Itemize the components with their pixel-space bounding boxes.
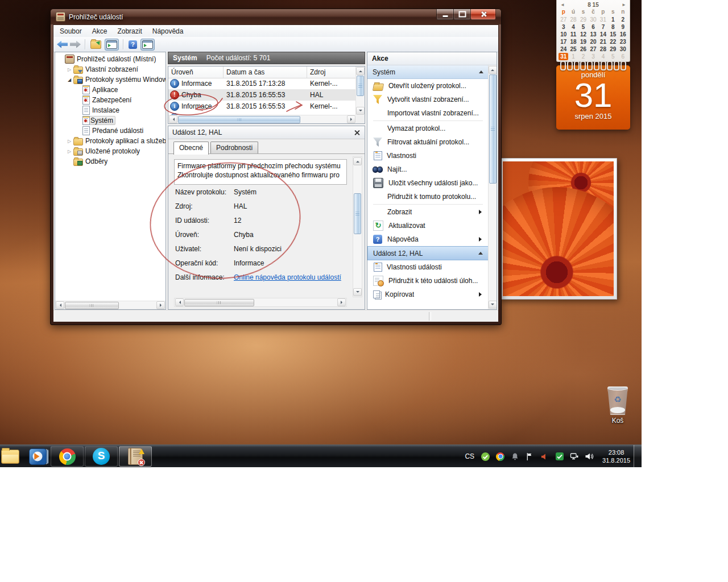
calendar-day-cell[interactable]: 12 bbox=[578, 31, 588, 38]
calendar-prev-icon[interactable]: ◄ bbox=[559, 2, 566, 7]
column-header-datum-a-cas[interactable]: Datum a čas bbox=[224, 66, 307, 78]
calendar-day-cell[interactable]: 27 bbox=[588, 45, 598, 53]
maximize-button[interactable] bbox=[453, 9, 471, 20]
detail-horizontal-scrollbar[interactable] bbox=[174, 298, 347, 307]
scroll-left-button[interactable] bbox=[56, 301, 64, 309]
calendar-day-cell[interactable]: 26 bbox=[578, 45, 588, 53]
action-pridruzit-k-teto-udalosti-uloh[interactable]: Přidružit k této události úloh... bbox=[367, 274, 489, 288]
tree-item-protokoly-aplikaci-a-sluzeb[interactable]: Protokoly aplikací a služeb bbox=[55, 136, 166, 146]
calendar-day-cell[interactable]: 27 bbox=[559, 16, 568, 23]
scroll-up-button[interactable] bbox=[356, 67, 365, 75]
tree-item-predane-udalosti[interactable]: Předané události bbox=[55, 126, 166, 136]
calendar-day-cell[interactable]: 25 bbox=[568, 45, 578, 53]
calendar-day-cell[interactable]: 13 bbox=[588, 31, 598, 38]
calendar-day-cell[interactable]: 3 bbox=[559, 23, 568, 31]
toggle-console-tree-button[interactable] bbox=[105, 39, 119, 51]
photo-gadget[interactable] bbox=[499, 158, 617, 300]
tree-item-instalace[interactable]: Instalace bbox=[55, 105, 166, 115]
calendar-day-cell[interactable]: 5 bbox=[578, 23, 588, 31]
forward-button[interactable] bbox=[70, 41, 81, 48]
sync-tray-icon[interactable] bbox=[555, 452, 564, 462]
calendar-day-cell[interactable]: 16 bbox=[618, 31, 628, 38]
menu-item-akce[interactable]: Akce bbox=[87, 26, 113, 36]
scroll-track[interactable] bbox=[353, 166, 362, 288]
action-center-flag-icon[interactable] bbox=[525, 452, 535, 462]
calendar-day-cell[interactable]: 10 bbox=[559, 31, 568, 38]
audio-device-tray-icon[interactable] bbox=[540, 452, 549, 462]
calendar-day-cell[interactable]: 19 bbox=[578, 38, 588, 45]
recycle-bin[interactable]: ♻ Koš bbox=[601, 386, 635, 425]
table-vertical-scrollbar[interactable] bbox=[355, 66, 365, 115]
action-group-header-udalost-12-hal[interactable]: Událost 12, HAL bbox=[367, 246, 489, 260]
show-desktop-button[interactable] bbox=[634, 445, 642, 467]
network-tray-icon[interactable] bbox=[569, 452, 579, 462]
calendar-day-cell[interactable]: 6 bbox=[618, 53, 628, 60]
close-button[interactable] bbox=[470, 9, 496, 20]
event-row[interactable]: Informace31.8.2015 16:55:53Kernel-... bbox=[168, 101, 356, 112]
action-vymazat-protokol[interactable]: Vymazat protokol... bbox=[367, 122, 489, 135]
action-ulozit-vsechny-udalosti-jako[interactable]: Uložit všechny události jako... bbox=[367, 176, 489, 190]
scroll-track[interactable] bbox=[65, 301, 156, 309]
back-button[interactable] bbox=[57, 41, 68, 48]
action-filtrovat-aktualni-protokol[interactable]: Filtrovat aktuální protokol... bbox=[367, 135, 489, 149]
detail-vertical-scrollbar[interactable] bbox=[353, 156, 362, 297]
open-saved-log-button[interactable] bbox=[89, 39, 102, 50]
expander-icon[interactable] bbox=[66, 149, 73, 154]
scroll-right-button[interactable] bbox=[347, 115, 355, 123]
taskbar-skype-button[interactable] bbox=[85, 446, 118, 467]
calendar-today-card[interactable]: pondělí 31 srpen 2015 bbox=[556, 65, 630, 130]
column-header-uroven[interactable]: Úroveň bbox=[168, 66, 224, 78]
table-horizontal-scrollbar[interactable] bbox=[168, 115, 356, 123]
calendar-day-cell[interactable]: 9 bbox=[618, 23, 628, 31]
calendar-day-cell[interactable]: 28 bbox=[598, 45, 608, 53]
scroll-left-button[interactable] bbox=[169, 115, 177, 123]
taskbar-chrome-button[interactable] bbox=[51, 446, 84, 467]
actions-vertical-scrollbar[interactable] bbox=[488, 65, 497, 309]
toggle-action-pane-button[interactable] bbox=[140, 39, 155, 51]
calendar-day-cell[interactable]: 29 bbox=[578, 16, 588, 23]
help-button[interactable] bbox=[127, 39, 138, 50]
taskbar-clock[interactable]: 23:08 31.8.2015 bbox=[599, 448, 634, 464]
scroll-thumb[interactable] bbox=[65, 302, 119, 309]
calendar-gadget[interactable]: ◄ 8 15 ► púsčpsn 27282930311234567891011… bbox=[556, 0, 630, 130]
action-aktualizovat[interactable]: Aktualizovat bbox=[367, 219, 489, 232]
language-indicator[interactable]: CS bbox=[465, 452, 474, 460]
calendar-day-cell[interactable]: 11 bbox=[568, 31, 578, 38]
calendar-day-cell[interactable]: 18 bbox=[568, 38, 578, 45]
tree-item-ulozene-protokoly[interactable]: Uložené protokoly bbox=[55, 146, 166, 156]
action-napoveda[interactable]: Nápověda bbox=[367, 232, 489, 246]
calendar-day-cell[interactable]: 8 bbox=[608, 23, 618, 31]
calendar-day-cell[interactable]: 30 bbox=[618, 45, 628, 53]
volume-tray-icon[interactable] bbox=[584, 452, 594, 462]
scroll-track[interactable] bbox=[489, 74, 497, 300]
scroll-right-button[interactable] bbox=[337, 298, 346, 306]
column-header-zdroj[interactable]: Zdroj bbox=[307, 66, 356, 78]
calendar-day-cell[interactable]: 2 bbox=[618, 16, 628, 23]
menu-item-soubor[interactable]: Soubor bbox=[55, 26, 87, 36]
calendar-day-cell[interactable]: 14 bbox=[598, 31, 608, 38]
calendar-day-cell[interactable]: 20 bbox=[588, 38, 598, 45]
calendar-day-cell[interactable]: 2 bbox=[578, 53, 588, 60]
tree-item-vlastni-zobrazeni[interactable]: Vlastní zobrazení bbox=[55, 64, 166, 74]
antivirus-tray-icon[interactable] bbox=[481, 452, 490, 462]
menu-item-napoveda[interactable]: Nápověda bbox=[147, 26, 189, 36]
collapse-icon[interactable] bbox=[478, 250, 483, 255]
action-vlastnosti-udalosti[interactable]: Vlastnosti události bbox=[367, 260, 489, 274]
calendar-day-cell[interactable]: 28 bbox=[568, 16, 578, 23]
scroll-thumb[interactable] bbox=[178, 116, 300, 123]
calendar-day-cell[interactable]: 30 bbox=[588, 16, 598, 23]
action-pridruzit-k-tomuto-protokolu[interactable]: Přidružit k tomuto protokolu... bbox=[367, 190, 489, 203]
action-najit[interactable]: Najít... bbox=[367, 163, 489, 176]
calendar-day-cell[interactable]: 6 bbox=[588, 23, 598, 31]
expander-icon[interactable] bbox=[66, 139, 73, 144]
scroll-down-button[interactable] bbox=[489, 301, 497, 309]
action-otevrit-ulozeny-protokol[interactable]: Otevřít uložený protokol... bbox=[367, 79, 489, 93]
collapse-icon[interactable] bbox=[479, 68, 483, 73]
action-importovat-vlastni-zobrazeni[interactable]: Importovat vlastní zobrazení... bbox=[367, 106, 489, 120]
scroll-left-button[interactable] bbox=[175, 298, 184, 306]
calendar-day-cell[interactable]: 1 bbox=[608, 16, 618, 23]
expander-icon[interactable] bbox=[66, 67, 73, 72]
expander-icon[interactable] bbox=[66, 77, 73, 82]
taskbar-explorer-button[interactable] bbox=[0, 447, 25, 466]
calendar-day-cell[interactable]: 31 bbox=[598, 16, 608, 23]
